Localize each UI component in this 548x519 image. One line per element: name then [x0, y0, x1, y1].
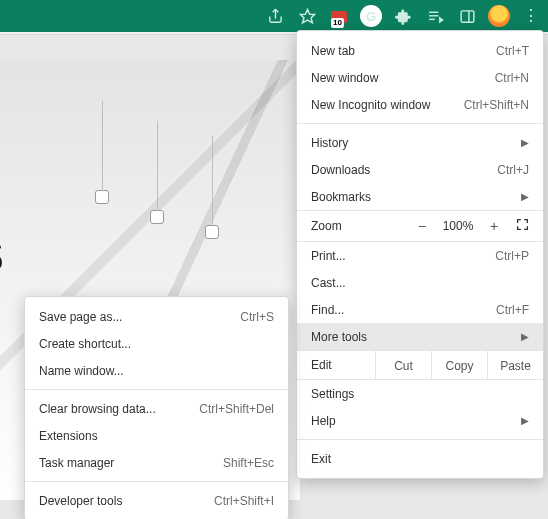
menu-zoom-row: Zoom − 100% +: [297, 210, 543, 242]
extension-badge: 10: [331, 18, 344, 28]
menu-kebab-icon[interactable]: ⋮: [520, 5, 542, 27]
copy-button[interactable]: Copy: [431, 351, 487, 379]
extension-grammarly-icon[interactable]: G: [360, 5, 382, 27]
extensions-puzzle-icon[interactable]: [392, 5, 414, 27]
menu-incognito[interactable]: New Incognito windowCtrl+Shift+N: [297, 91, 543, 118]
menu-settings[interactable]: Settings: [297, 380, 543, 407]
svg-marker-0: [300, 9, 314, 22]
zoom-value: 100%: [437, 219, 479, 233]
chrome-main-menu: New tabCtrl+T New windowCtrl+N New Incog…: [296, 30, 544, 479]
share-icon[interactable]: [264, 5, 286, 27]
zoom-label: Zoom: [311, 219, 407, 233]
bookmark-star-icon[interactable]: [296, 5, 318, 27]
menu-downloads[interactable]: DownloadsCtrl+J: [297, 156, 543, 183]
submenu-create-shortcut[interactable]: Create shortcut...: [25, 330, 288, 357]
extension-adblock-icon[interactable]: 10: [328, 5, 350, 27]
submenu-clear-data[interactable]: Clear browsing data...Ctrl+Shift+Del: [25, 395, 288, 422]
zoom-in-button[interactable]: +: [479, 218, 509, 234]
chevron-right-icon: ▶: [521, 191, 529, 202]
menu-separator: [297, 123, 543, 124]
chevron-right-icon: ▶: [521, 137, 529, 148]
menu-help[interactable]: Help▶: [297, 407, 543, 434]
chevron-right-icon: ▶: [521, 331, 529, 342]
menu-find[interactable]: Find...Ctrl+F: [297, 296, 543, 323]
menu-new-window[interactable]: New windowCtrl+N: [297, 64, 543, 91]
submenu-name-window[interactable]: Name window...: [25, 357, 288, 384]
submenu-task-manager[interactable]: Task managerShift+Esc: [25, 449, 288, 476]
playlist-icon[interactable]: [424, 5, 446, 27]
menu-bookmarks[interactable]: Bookmarks▶: [297, 183, 543, 210]
sidepanel-icon[interactable]: [456, 5, 478, 27]
menu-cast[interactable]: Cast...: [297, 269, 543, 296]
svg-rect-4: [461, 10, 474, 21]
menu-new-tab[interactable]: New tabCtrl+T: [297, 37, 543, 64]
zoom-out-button[interactable]: −: [407, 218, 437, 234]
browser-toolbar: 10 G ⋮: [0, 0, 548, 32]
menu-edit-row: Edit Cut Copy Paste: [297, 350, 543, 380]
more-tools-submenu: Save page as...Ctrl+S Create shortcut...…: [24, 296, 289, 519]
edit-label: Edit: [297, 358, 375, 372]
menu-separator: [25, 389, 288, 390]
menu-print[interactable]: Print...Ctrl+P: [297, 242, 543, 269]
menu-exit[interactable]: Exit: [297, 445, 543, 472]
paste-button[interactable]: Paste: [487, 351, 543, 379]
submenu-developer-tools[interactable]: Developer toolsCtrl+Shift+I: [25, 487, 288, 514]
cut-button[interactable]: Cut: [375, 351, 431, 379]
chevron-right-icon: ▶: [521, 415, 529, 426]
menu-separator: [25, 481, 288, 482]
fullscreen-button[interactable]: [509, 218, 535, 234]
menu-separator: [297, 439, 543, 440]
page-heading-fragment: s: [0, 215, 4, 286]
submenu-save-page[interactable]: Save page as...Ctrl+S: [25, 303, 288, 330]
submenu-extensions[interactable]: Extensions: [25, 422, 288, 449]
menu-more-tools[interactable]: More tools▶: [297, 323, 543, 350]
profile-avatar[interactable]: [488, 5, 510, 27]
menu-history[interactable]: History▶: [297, 129, 543, 156]
